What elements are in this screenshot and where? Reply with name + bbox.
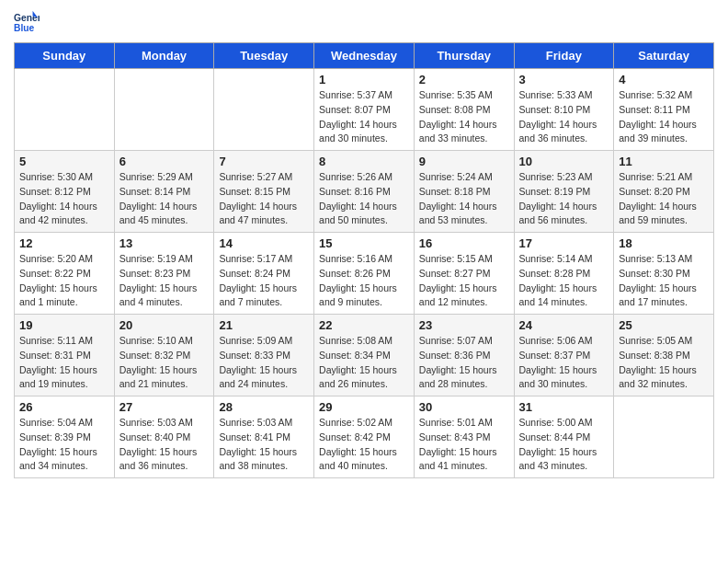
calendar-cell: 21Sunrise: 5:09 AM Sunset: 8:33 PM Dayli… [214, 315, 314, 396]
day-info: Sunrise: 5:35 AM Sunset: 8:08 PM Dayligh… [419, 88, 509, 146]
calendar-cell: 6Sunrise: 5:29 AM Sunset: 8:14 PM Daylig… [114, 151, 214, 233]
day-number: 16 [419, 236, 509, 250]
day-info: Sunrise: 5:09 AM Sunset: 8:33 PM Dayligh… [219, 334, 309, 392]
day-number: 5 [19, 155, 109, 168]
day-number: 10 [519, 155, 609, 168]
day-number: 9 [419, 155, 509, 168]
calendar-cell: 9Sunrise: 5:24 AM Sunset: 8:18 PM Daylig… [414, 151, 514, 233]
calendar-cell: 1Sunrise: 5:37 AM Sunset: 8:07 PM Daylig… [314, 69, 415, 151]
day-number: 22 [319, 318, 409, 332]
calendar-cell [114, 69, 214, 151]
calendar-header-saturday: Saturday [614, 43, 714, 69]
day-number: 3 [519, 73, 609, 86]
calendar-header-thursday: Thursday [414, 43, 514, 69]
day-number: 28 [219, 400, 309, 414]
svg-text:General: General [14, 13, 40, 23]
calendar-cell: 13Sunrise: 5:19 AM Sunset: 8:23 PM Dayli… [114, 233, 214, 315]
day-info: Sunrise: 5:26 AM Sunset: 8:16 PM Dayligh… [319, 170, 409, 228]
logo-icon: General Blue [14, 9, 40, 35]
day-info: Sunrise: 5:03 AM Sunset: 8:40 PM Dayligh… [119, 416, 210, 474]
day-info: Sunrise: 5:37 AM Sunset: 8:07 PM Dayligh… [319, 88, 409, 146]
day-info: Sunrise: 5:03 AM Sunset: 8:41 PM Dayligh… [219, 416, 309, 474]
calendar-week-1: 1Sunrise: 5:37 AM Sunset: 8:07 PM Daylig… [15, 69, 714, 151]
calendar-week-3: 12Sunrise: 5:20 AM Sunset: 8:22 PM Dayli… [15, 233, 714, 315]
calendar-cell: 14Sunrise: 5:17 AM Sunset: 8:24 PM Dayli… [214, 233, 314, 315]
day-number: 29 [319, 400, 409, 414]
calendar-week-2: 5Sunrise: 5:30 AM Sunset: 8:12 PM Daylig… [15, 151, 714, 233]
day-info: Sunrise: 5:02 AM Sunset: 8:42 PM Dayligh… [319, 416, 409, 474]
day-number: 6 [119, 155, 210, 168]
day-number: 15 [319, 236, 409, 250]
day-number: 20 [119, 318, 210, 332]
day-info: Sunrise: 5:01 AM Sunset: 8:43 PM Dayligh… [419, 416, 509, 474]
calendar-cell: 26Sunrise: 5:04 AM Sunset: 8:39 PM Dayli… [15, 396, 115, 478]
calendar-header-monday: Monday [114, 43, 214, 69]
calendar-cell: 28Sunrise: 5:03 AM Sunset: 8:41 PM Dayli… [214, 396, 314, 478]
day-info: Sunrise: 5:33 AM Sunset: 8:10 PM Dayligh… [519, 88, 609, 146]
day-number: 2 [419, 73, 509, 86]
day-info: Sunrise: 5:20 AM Sunset: 8:22 PM Dayligh… [19, 252, 109, 310]
calendar-cell: 10Sunrise: 5:23 AM Sunset: 8:19 PM Dayli… [514, 151, 614, 233]
calendar-cell: 20Sunrise: 5:10 AM Sunset: 8:32 PM Dayli… [114, 315, 214, 396]
calendar-cell: 2Sunrise: 5:35 AM Sunset: 8:08 PM Daylig… [414, 69, 514, 151]
day-info: Sunrise: 5:13 AM Sunset: 8:30 PM Dayligh… [619, 252, 709, 310]
calendar-cell [214, 69, 314, 151]
calendar-cell: 23Sunrise: 5:07 AM Sunset: 8:36 PM Dayli… [414, 315, 514, 396]
day-number: 21 [219, 318, 309, 332]
calendar-cell: 7Sunrise: 5:27 AM Sunset: 8:15 PM Daylig… [214, 151, 314, 233]
day-info: Sunrise: 5:29 AM Sunset: 8:14 PM Dayligh… [119, 170, 210, 228]
calendar-cell: 27Sunrise: 5:03 AM Sunset: 8:40 PM Dayli… [114, 396, 214, 478]
calendar-cell: 25Sunrise: 5:05 AM Sunset: 8:38 PM Dayli… [614, 315, 714, 396]
day-info: Sunrise: 5:32 AM Sunset: 8:11 PM Dayligh… [619, 88, 709, 146]
day-number: 7 [219, 155, 309, 168]
calendar-cell: 19Sunrise: 5:11 AM Sunset: 8:31 PM Dayli… [15, 315, 115, 396]
day-number: 4 [619, 73, 709, 86]
calendar-cell: 18Sunrise: 5:13 AM Sunset: 8:30 PM Dayli… [614, 233, 714, 315]
calendar-cell: 12Sunrise: 5:20 AM Sunset: 8:22 PM Dayli… [15, 233, 115, 315]
svg-text:Blue: Blue [14, 23, 35, 33]
day-info: Sunrise: 5:04 AM Sunset: 8:39 PM Dayligh… [19, 416, 109, 474]
calendar-cell: 17Sunrise: 5:14 AM Sunset: 8:28 PM Dayli… [514, 233, 614, 315]
day-number: 12 [19, 236, 109, 250]
day-info: Sunrise: 5:17 AM Sunset: 8:24 PM Dayligh… [219, 252, 309, 310]
day-number: 27 [119, 400, 210, 414]
calendar-cell: 30Sunrise: 5:01 AM Sunset: 8:43 PM Dayli… [414, 396, 514, 478]
day-info: Sunrise: 5:27 AM Sunset: 8:15 PM Dayligh… [219, 170, 309, 228]
day-info: Sunrise: 5:16 AM Sunset: 8:26 PM Dayligh… [319, 252, 409, 310]
logo: General Blue [14, 9, 41, 35]
calendar-cell [614, 396, 714, 478]
calendar-cell: 8Sunrise: 5:26 AM Sunset: 8:16 PM Daylig… [314, 151, 415, 233]
calendar-cell: 29Sunrise: 5:02 AM Sunset: 8:42 PM Dayli… [314, 396, 415, 478]
page-container: General Blue SundayMondayTuesdayWednesda… [0, 0, 728, 488]
calendar-cell: 11Sunrise: 5:21 AM Sunset: 8:20 PM Dayli… [614, 151, 714, 233]
day-number: 11 [619, 155, 709, 168]
day-number: 19 [19, 318, 109, 332]
day-number: 26 [19, 400, 109, 414]
day-info: Sunrise: 5:00 AM Sunset: 8:44 PM Dayligh… [519, 416, 609, 474]
day-info: Sunrise: 5:07 AM Sunset: 8:36 PM Dayligh… [419, 334, 509, 392]
calendar-cell: 3Sunrise: 5:33 AM Sunset: 8:10 PM Daylig… [514, 69, 614, 151]
day-info: Sunrise: 5:14 AM Sunset: 8:28 PM Dayligh… [519, 252, 609, 310]
calendar-table: SundayMondayTuesdayWednesdayThursdayFrid… [14, 42, 714, 478]
day-info: Sunrise: 5:24 AM Sunset: 8:18 PM Dayligh… [419, 170, 509, 228]
calendar-cell: 16Sunrise: 5:15 AM Sunset: 8:27 PM Dayli… [414, 233, 514, 315]
day-info: Sunrise: 5:06 AM Sunset: 8:37 PM Dayligh… [519, 334, 609, 392]
day-number: 31 [519, 400, 609, 414]
day-info: Sunrise: 5:08 AM Sunset: 8:34 PM Dayligh… [319, 334, 409, 392]
day-number: 8 [319, 155, 409, 168]
header: General Blue [14, 9, 714, 35]
calendar-week-5: 26Sunrise: 5:04 AM Sunset: 8:39 PM Dayli… [15, 396, 714, 478]
day-number: 23 [419, 318, 509, 332]
calendar-week-4: 19Sunrise: 5:11 AM Sunset: 8:31 PM Dayli… [15, 315, 714, 396]
calendar-cell: 24Sunrise: 5:06 AM Sunset: 8:37 PM Dayli… [514, 315, 614, 396]
calendar-cell: 5Sunrise: 5:30 AM Sunset: 8:12 PM Daylig… [15, 151, 115, 233]
day-info: Sunrise: 5:30 AM Sunset: 8:12 PM Dayligh… [19, 170, 109, 228]
calendar-header-tuesday: Tuesday [214, 43, 314, 69]
calendar-cell: 31Sunrise: 5:00 AM Sunset: 8:44 PM Dayli… [514, 396, 614, 478]
day-number: 24 [519, 318, 609, 332]
day-info: Sunrise: 5:23 AM Sunset: 8:19 PM Dayligh… [519, 170, 609, 228]
day-number: 1 [319, 73, 409, 86]
day-info: Sunrise: 5:21 AM Sunset: 8:20 PM Dayligh… [619, 170, 709, 228]
calendar-cell: 15Sunrise: 5:16 AM Sunset: 8:26 PM Dayli… [314, 233, 415, 315]
day-number: 13 [119, 236, 210, 250]
